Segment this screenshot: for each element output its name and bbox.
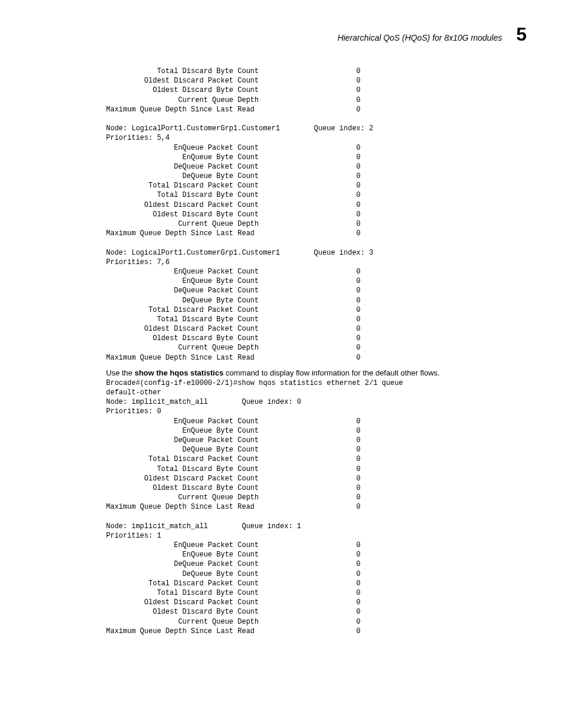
chapter-number: 5 (516, 24, 527, 45)
cli-output-block-2: Brocade#(config-if-e10000-2/1)#show hqos… (106, 378, 527, 636)
page-content: Total Discard Byte Count 0 Oldest Discar… (106, 67, 527, 636)
page-header: Hierarchical QoS (HQoS) for 8x10G module… (35, 24, 527, 45)
command-name: show the hqos statistics (134, 368, 223, 377)
para-post: command to display flow information for … (223, 368, 439, 377)
header-title: Hierarchical QoS (HQoS) for 8x10G module… (338, 33, 502, 42)
cli-output-block-1: Total Discard Byte Count 0 Oldest Discar… (106, 67, 527, 363)
description-paragraph: Use the show the hqos statistics command… (106, 368, 527, 377)
para-pre: Use the (106, 368, 134, 377)
